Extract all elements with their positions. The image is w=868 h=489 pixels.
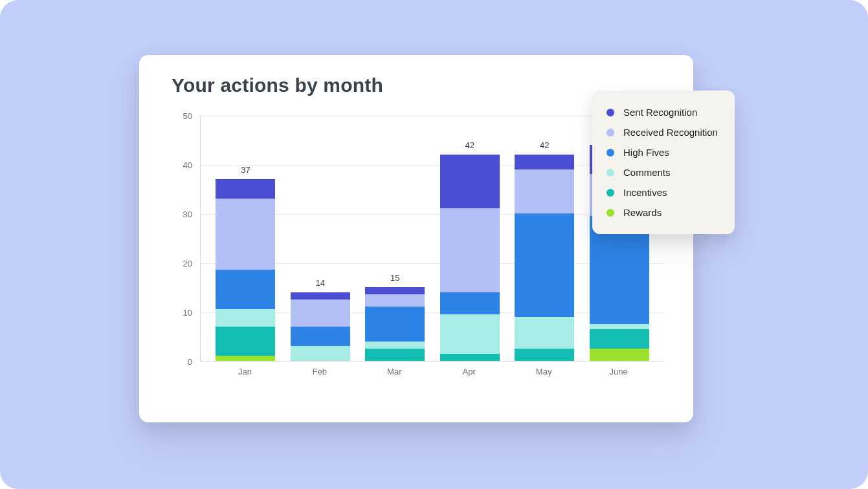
stacked-bar: 15 (365, 287, 425, 361)
legend-swatch (606, 149, 614, 157)
bar-segment (440, 155, 500, 209)
bar-segment (216, 179, 275, 199)
legend-label: Sent Recognition (623, 107, 697, 118)
bar-segment (365, 307, 425, 341)
x-tick-label: Apr (440, 367, 499, 376)
bar-total-label: 14 (316, 278, 325, 288)
legend-item: Sent Recognition (606, 102, 720, 122)
bar-segment (590, 349, 649, 361)
legend-item: Rewards (606, 202, 720, 223)
bar-segment (365, 287, 425, 294)
bar-segment (515, 169, 574, 213)
bar-segment (440, 314, 500, 354)
x-axis: JanFebMarAprMayJune (200, 367, 663, 380)
bar-segment (216, 270, 275, 309)
bar-segment (216, 199, 275, 270)
bar-segment (216, 309, 275, 327)
y-tick-label: 30 (172, 210, 192, 219)
bar-segment (440, 208, 500, 292)
x-tick-label: Mar (364, 367, 424, 376)
bar-segment (440, 354, 500, 361)
stacked-bar: 42 (440, 155, 500, 361)
legend-label: Comments (623, 167, 671, 178)
bar-segment (440, 292, 500, 314)
bar-segment (590, 324, 649, 329)
bar-segment (365, 342, 425, 349)
bar-segment (515, 349, 574, 361)
legend-swatch (606, 129, 614, 136)
bar-segment (291, 327, 350, 346)
y-tick-label: 40 (172, 160, 192, 170)
x-tick-label: Feb (290, 367, 350, 376)
legend-item: High Fives (606, 142, 720, 162)
legend-item: Incentives (606, 182, 720, 202)
chart-title: Your actions by month (172, 74, 661, 96)
stacked-bar: 37 (216, 179, 275, 361)
x-tick-label: May (514, 367, 573, 376)
bar-total-label: 42 (465, 140, 474, 150)
bar-segment (515, 317, 574, 349)
y-tick-label: 50 (172, 111, 192, 121)
x-tick-label: June (589, 367, 649, 376)
chart-area: 01020304050 3714154242 JanFebMarAprMayJu… (172, 116, 663, 362)
y-axis: 01020304050 (172, 116, 200, 362)
bar-total-label: 15 (390, 273, 399, 283)
bar-segment (515, 155, 574, 169)
bar-segment (365, 349, 425, 361)
x-tick-label: Jan (215, 367, 274, 376)
legend-swatch (606, 109, 614, 116)
y-tick-label: 10 (172, 308, 192, 318)
legend: Sent RecognitionReceived RecognitionHigh… (592, 91, 735, 234)
legend-label: Rewards (623, 207, 662, 218)
bar-segment (291, 292, 350, 299)
legend-swatch (606, 209, 614, 217)
bar-segment (216, 327, 275, 356)
bar-segment (515, 213, 574, 317)
page-background: Your actions by month 01020304050 371415… (0, 0, 868, 489)
y-tick-label: 20 (172, 259, 192, 268)
y-tick-label: 0 (172, 357, 192, 367)
stacked-bar: 14 (291, 292, 350, 361)
bar-segment (365, 294, 425, 307)
legend-label: High Fives (623, 147, 669, 158)
legend-item: Received Recognition (606, 122, 720, 142)
bar-total-label: 42 (540, 140, 549, 150)
bar-total-label: 37 (241, 165, 250, 175)
legend-swatch (606, 189, 614, 197)
legend-label: Incentives (623, 187, 667, 198)
legend-swatch (606, 169, 614, 177)
legend-label: Received Recognition (623, 127, 718, 138)
bar-segment (291, 299, 350, 327)
bar-segment (291, 346, 350, 361)
stacked-bar: 42 (515, 155, 574, 361)
bar-segment (216, 356, 275, 361)
bar-segment (590, 329, 649, 349)
legend-item: Comments (606, 162, 720, 182)
